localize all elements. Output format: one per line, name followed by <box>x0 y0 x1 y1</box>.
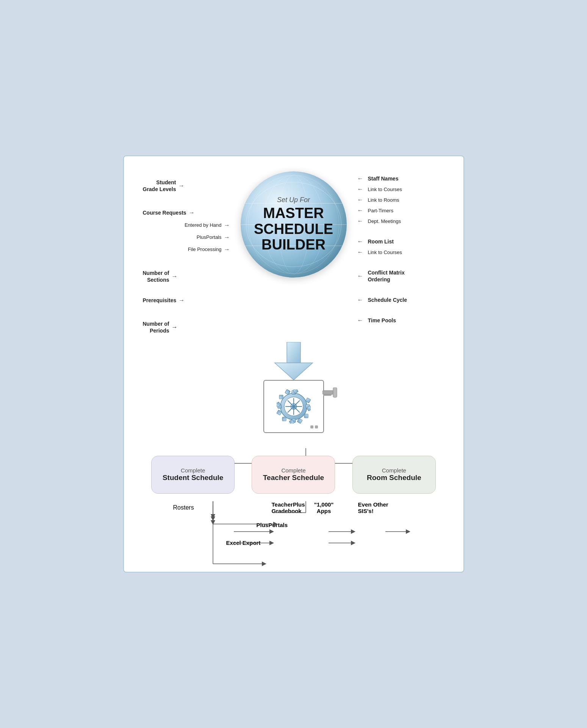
page-container: StudentGrade Levels Course Requests Ente… <box>123 155 464 573</box>
link-courses-2-label: Link to Courses <box>368 249 402 255</box>
left-item-file-processing: File Processing <box>143 246 230 253</box>
dept-meetings-label: Dept. Meetings <box>368 218 401 224</box>
student-schedule-small: Complete <box>181 467 205 474</box>
file-processing-label: File Processing <box>188 246 222 252</box>
left-item-entered-by-hand: Entered by Hand <box>143 222 230 229</box>
left-item-prerequisites: Prerequisites <box>143 297 230 304</box>
course-requests-label: Course Requests <box>143 209 186 216</box>
machine-container <box>263 380 324 433</box>
crank-handle <box>322 388 341 406</box>
gear-svg <box>277 389 311 424</box>
output-section-wrapper: Complete Student Schedule Complete Teach… <box>143 456 445 494</box>
room-schedule-small: Complete <box>382 467 406 474</box>
arrow-entered-by-hand <box>224 222 230 229</box>
machine-box <box>263 380 324 433</box>
right-item-room-list: Room List <box>357 238 445 245</box>
teacher-schedule-small: Complete <box>281 467 305 474</box>
right-inputs: Staff Names Link to Courses Link to Room… <box>357 171 445 324</box>
globe-container: Set Up For MASTER SCHEDULE BUILDER <box>235 171 352 278</box>
left-item-course-requests: Course Requests <box>143 209 230 216</box>
right-item-link-rooms: Link to Rooms <box>357 196 445 203</box>
link-courses-1-label: Link to Courses <box>368 187 402 192</box>
globe-setup-text: Set Up For <box>277 196 310 204</box>
svg-rect-25 <box>279 395 283 399</box>
apps-label: "1,000"Apps <box>313 501 335 514</box>
right-item-link-courses-2: Link to Courses <box>357 249 445 256</box>
arrow-plusportals <box>224 234 230 241</box>
right-item-time-pools: Time Pools <box>357 317 445 324</box>
machine-dots <box>310 425 318 428</box>
left-item-plusportals: PlusPortals <box>143 234 230 241</box>
arrow-prerequisites <box>178 297 185 304</box>
svg-marker-47 <box>211 516 215 521</box>
svg-rect-6 <box>287 342 301 363</box>
num-periods-label: Number ofPeriods <box>143 320 169 334</box>
prerequisites-label: Prerequisites <box>143 297 177 304</box>
part-timers-label: Part-Timers <box>368 208 393 213</box>
svg-marker-52 <box>269 529 274 534</box>
arrow-num-periods: → <box>172 324 178 331</box>
globe-main-text: MASTER SCHEDULE BUILDER <box>254 206 333 253</box>
machine-dot-1 <box>310 425 313 428</box>
down-arrow-svg <box>271 342 316 380</box>
right-item-schedule-cycle: Schedule Cycle <box>357 297 445 303</box>
teacherplus-label: TeacherPlusGradebook <box>272 501 305 514</box>
grade-levels-label: StudentGrade Levels <box>143 179 176 193</box>
time-pools-label: Time Pools <box>368 317 396 323</box>
globe: Set Up For MASTER SCHEDULE BUILDER <box>241 171 347 278</box>
right-item-conflict-matrix: Conflict MatrixOrdering <box>357 269 445 283</box>
left-inputs: StudentGrade Levels Course Requests Ente… <box>143 171 230 334</box>
bottom-row-excel: Excel Export <box>173 540 445 546</box>
arrow-file-processing <box>224 246 230 253</box>
svg-marker-7 <box>275 363 313 380</box>
svg-rect-31 <box>322 391 334 394</box>
outputs-section: Complete Student Schedule Complete Teach… <box>143 456 445 494</box>
svg-rect-32 <box>333 388 337 397</box>
right-item-part-timers: Part-Timers <box>357 207 445 214</box>
teacher-schedule-bold: Teacher Schedule <box>263 474 324 482</box>
schedule-cycle-label: Schedule Cycle <box>368 297 407 303</box>
left-item-grade-levels: StudentGrade Levels <box>143 179 230 193</box>
svg-marker-63 <box>262 562 266 566</box>
teacher-schedule-box: Complete Teacher Schedule <box>252 456 335 494</box>
excel-export-label: Excel Export <box>226 540 261 546</box>
num-sections-label: Number ofSections <box>143 270 169 283</box>
right-item-staff-names: Staff Names <box>357 175 445 182</box>
left-item-num-periods: Number ofPeriods → <box>143 320 230 334</box>
bottom-row-rosters: Rosters TeacherPlusGradebook "1,000"Apps… <box>173 501 445 514</box>
room-schedule-box: Complete Room Schedule <box>352 456 436 494</box>
arrow-num-sections <box>172 273 178 280</box>
bottom-row-plusportals: PlusPortals <box>173 522 445 528</box>
svg-marker-58 <box>406 529 410 534</box>
student-schedule-box: Complete Student Schedule <box>151 456 235 494</box>
svg-marker-56 <box>351 529 355 534</box>
svg-rect-19 <box>304 414 308 418</box>
arrow-course-requests <box>189 209 195 216</box>
plusportals-bottom-label: PlusPortals <box>257 522 288 528</box>
top-section: StudentGrade Levels Course Requests Ente… <box>143 171 445 334</box>
svg-marker-42 <box>211 514 215 519</box>
sis-label: Even OtherSIS's! <box>358 501 388 514</box>
rosters-label: Rosters <box>173 504 211 511</box>
right-item-dept-meetings: Dept. Meetings <box>357 218 445 224</box>
plusportals-label: PlusPortals <box>197 234 222 240</box>
middle-section <box>143 342 445 433</box>
arrow-grade-levels <box>178 182 184 189</box>
entered-by-hand-label: Entered by Hand <box>185 222 222 228</box>
student-schedule-bold: Student Schedule <box>163 474 223 482</box>
link-rooms-label: Link to Rooms <box>368 197 399 203</box>
svg-rect-22 <box>282 417 286 421</box>
right-item-link-courses-1: Link to Courses <box>357 186 445 193</box>
bottom-connections: Rosters TeacherPlusGradebook "1,000"Apps… <box>143 501 445 546</box>
machine-dot-2 <box>315 425 318 428</box>
left-item-num-sections: Number ofSections <box>143 270 230 283</box>
room-list-label: Room List <box>368 238 394 245</box>
room-schedule-bold: Room Schedule <box>367 474 421 482</box>
conflict-matrix-label: Conflict MatrixOrdering <box>368 269 405 283</box>
staff-names-label: Staff Names <box>368 176 399 182</box>
